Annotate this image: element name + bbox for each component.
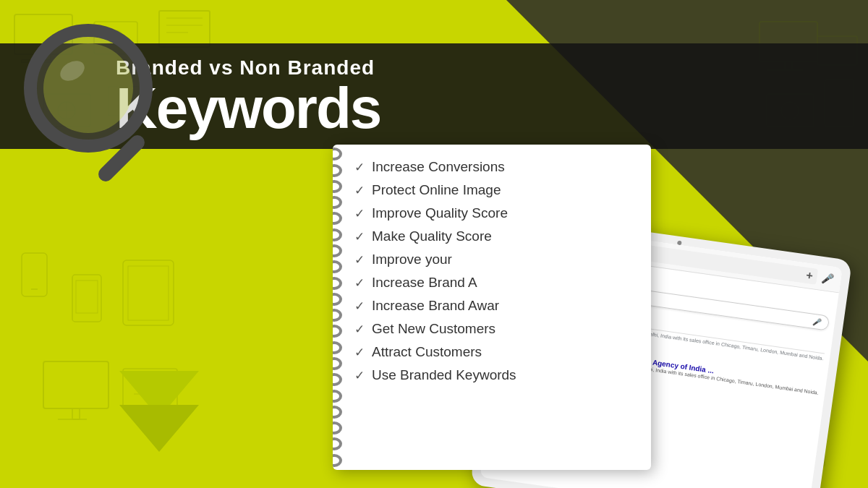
checklist-item-8: ✓ Get New Customers	[354, 321, 637, 337]
checklist-item-3: ✓ Improve Quality Score	[354, 205, 637, 221]
check-icon-3: ✓	[354, 206, 365, 221]
header-title: Keywords	[116, 81, 868, 136]
checklist-text-3: Improve Quality Score	[372, 205, 508, 221]
svg-rect-19	[72, 275, 101, 322]
spiral-loop	[333, 228, 342, 241]
spiral-loop	[333, 421, 342, 435]
spiral-loop	[333, 147, 342, 160]
spiral-loop	[333, 180, 342, 193]
checklist-text-6: Increase Brand A	[372, 275, 477, 291]
checklist-text-1: Increase Conversions	[372, 159, 505, 175]
check-icon-6: ✓	[354, 275, 365, 291]
check-icon-7: ✓	[354, 299, 365, 314]
mic-icon: 🎤	[820, 272, 834, 285]
checklist-item-10: ✓ Use Branded Keywords	[354, 367, 637, 383]
svg-rect-23	[43, 361, 109, 408]
checklist-text-10: Use Branded Keywords	[372, 367, 516, 383]
checklist-text-4: Make Quality Score	[372, 228, 492, 244]
checklist-text-5: Improve your	[372, 252, 452, 267]
search-mic-icon: 🎤	[812, 317, 821, 327]
check-icon-2: ✓	[354, 183, 365, 198]
checklist-text-7: Increase Brand Awar	[372, 298, 499, 314]
spiral-loop	[333, 196, 342, 209]
magnifier-svg	[22, 22, 181, 188]
spiral-loop	[333, 212, 342, 225]
check-icon-8: ✓	[354, 322, 365, 337]
notebook-content: ✓ Increase Conversions ✓ Protect Online …	[333, 145, 651, 405]
svg-rect-21	[123, 260, 174, 325]
spiral-loop	[333, 277, 342, 290]
checklist-item-4: ✓ Make Quality Score	[354, 228, 637, 244]
spiral-loop	[333, 325, 342, 338]
spiral-loop	[333, 437, 342, 450]
spiral-loop	[333, 454, 342, 467]
checklist-text-8: Get New Customers	[372, 321, 495, 337]
check-icon-10: ✓	[354, 368, 365, 383]
notebook: ✓ Increase Conversions ✓ Protect Online …	[333, 145, 651, 470]
chevron-arrow-container	[119, 371, 199, 452]
spiral-loop	[333, 260, 342, 273]
check-icon-1: ✓	[354, 160, 365, 175]
svg-rect-17	[22, 253, 47, 296]
checklist-item-5: ✓ Improve your	[354, 252, 637, 267]
spiral-loop	[333, 357, 342, 370]
checklist-item-6: ✓ Increase Brand A	[354, 275, 637, 291]
checklist-item-1: ✓ Increase Conversions	[354, 159, 637, 175]
checklist-item-7: ✓ Increase Brand Awar	[354, 298, 637, 314]
check-icon-5: ✓	[354, 252, 365, 267]
svg-point-45	[43, 43, 133, 133]
check-icon-4: ✓	[354, 229, 365, 244]
spiral-loop	[333, 293, 342, 306]
check-icon-9: ✓	[354, 345, 365, 360]
checklist-item-2: ✓ Protect Online Image	[354, 182, 637, 198]
svg-rect-22	[128, 266, 169, 320]
spiral-loop	[333, 373, 342, 386]
spiral-loop	[333, 406, 342, 419]
spiral-loop	[333, 164, 342, 177]
checklist-text-2: Protect Online Image	[372, 182, 501, 198]
spiral-loop	[333, 309, 342, 322]
spiral-loop	[333, 244, 342, 257]
checklist-item-9: ✓ Attract Customers	[354, 344, 637, 360]
svg-rect-20	[76, 281, 98, 313]
notebook-spiral	[333, 145, 344, 470]
spiral-loop	[333, 390, 342, 403]
svg-rect-24	[72, 408, 80, 419]
tablet-plus-icon: +	[805, 269, 814, 283]
spiral-loop	[333, 341, 342, 354]
magnifying-glass	[22, 22, 181, 188]
checklist-text-9: Attract Customers	[372, 344, 482, 360]
